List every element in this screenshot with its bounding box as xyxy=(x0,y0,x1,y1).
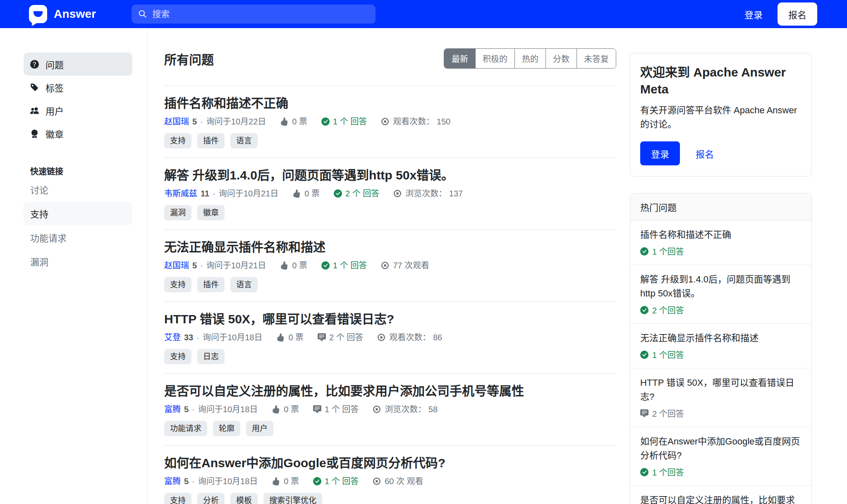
question-title-link[interactable]: 无法正确显示插件名称和描述 xyxy=(164,240,325,254)
welcome-login-button[interactable]: 登录 xyxy=(640,141,680,165)
tag-chip[interactable]: 徽章 xyxy=(197,205,225,220)
filter-button[interactable]: 未答复 xyxy=(577,49,616,68)
quick-link-support[interactable]: 支持 xyxy=(24,202,132,225)
filter-button[interactable]: 热的 xyxy=(514,49,546,68)
hot-question-item[interactable]: 插件名称和描述不正确 1 个回答 xyxy=(630,220,811,265)
question-author-link[interactable]: 艾登 xyxy=(164,332,181,343)
hot-question-title[interactable]: 如何在Answer中添加Google或百度网页分析代码? xyxy=(640,435,802,463)
header-login-link[interactable]: 登录 xyxy=(744,7,763,21)
hot-question-title[interactable]: 是否可以自定义注册的属性，比如要求用户添加公司手机号等属性 xyxy=(640,493,802,504)
thumbs-up-icon xyxy=(292,189,301,198)
hot-question-item[interactable]: 解答 升级到1.4.0后，问题页面等遇到http 50x错误。 2 个回答 xyxy=(630,265,811,323)
logo-smile-shape xyxy=(33,11,43,17)
thumbs-up-icon xyxy=(280,261,288,270)
tag-chip[interactable]: 插件 xyxy=(197,133,225,148)
tag-chip[interactable]: 搜索引擎优化 xyxy=(263,493,322,504)
hot-question-title[interactable]: 插件名称和描述不正确 xyxy=(640,228,802,242)
question-title-link[interactable]: 如何在Answer中添加Google或百度网页分析代码? xyxy=(164,456,445,470)
filter-button[interactable]: 分数 xyxy=(546,49,577,68)
hot-question-title[interactable]: HTTP 错误 50X，哪里可以查看错误日志? xyxy=(640,376,802,404)
tag-chip[interactable]: 日志 xyxy=(197,349,225,364)
question-answers[interactable]: 2 个 回答 xyxy=(318,332,363,343)
hot-question-title[interactable]: 无法正确显示插件名称和描述 xyxy=(640,331,802,345)
tag-chip[interactable]: 模板 xyxy=(230,493,258,504)
question-views: 77 次观看 xyxy=(381,260,429,271)
tag-chip[interactable]: 用户 xyxy=(246,421,273,436)
meta-separator: · xyxy=(200,260,203,271)
tag-chip[interactable]: 语言 xyxy=(230,277,258,292)
author-reputation: 5 xyxy=(184,404,189,415)
question-views: 浏览次数： 58 xyxy=(373,404,438,415)
question-answers[interactable]: 1 个 回答 xyxy=(313,404,359,415)
question-answers-label: 2 个 回答 xyxy=(329,332,363,343)
question-title-link[interactable]: 是否可以自定义注册的属性，比如要求用户添加公司手机号等属性 xyxy=(164,384,524,398)
question-title-link[interactable]: 插件名称和描述不正确 xyxy=(164,96,288,110)
question-votes: 0 票 xyxy=(272,475,299,487)
sidebar-item-badges[interactable]: 徽章 xyxy=(24,122,132,145)
sidebar-item-users[interactable]: 用户 xyxy=(24,99,132,122)
check-circle-icon xyxy=(640,351,648,359)
check-circle-icon xyxy=(640,468,648,476)
tag-chip[interactable]: 支持 xyxy=(164,493,191,504)
filter-button[interactable]: 积极的 xyxy=(475,49,514,68)
question-votes: 0 票 xyxy=(272,404,299,415)
question-answers[interactable]: 2 个 回答 xyxy=(334,188,379,199)
tag-chip[interactable]: 分析 xyxy=(197,493,225,504)
sidebar-item-questions[interactable]: 问题 xyxy=(24,53,132,76)
question-author-link[interactable]: 韦斯威兹 xyxy=(164,188,197,199)
chat-answers-icon xyxy=(318,333,326,342)
search-input[interactable] xyxy=(152,9,369,19)
question-title-link[interactable]: HTTP 错误 50X，哪里可以查看错误日志? xyxy=(164,312,394,326)
question-meta: 韦斯威兹 11 · 询问于10月21日 0 票 xyxy=(164,188,616,199)
brand-logo-link[interactable]: Answer xyxy=(29,5,96,23)
question-author-link[interactable]: 富腾 xyxy=(164,475,181,487)
question-answers[interactable]: 1 个 回答 xyxy=(321,260,367,271)
views-icon xyxy=(393,189,402,198)
quick-link-discussions[interactable]: 讨论 xyxy=(24,178,132,201)
thumbs-up-icon xyxy=(280,117,288,126)
welcome-signup-link[interactable]: 报名 xyxy=(696,147,714,160)
question-tags: 功能请求 轮廓 用户 xyxy=(164,421,616,436)
sidebar-item-tags[interactable]: 标签 xyxy=(24,76,132,99)
hot-question-item[interactable]: 如何在Answer中添加Google或百度网页分析代码? 1 个回答 xyxy=(630,427,811,485)
tag-chip[interactable]: 插件 xyxy=(197,277,225,292)
views-icon xyxy=(373,405,381,413)
brand-name: Answer xyxy=(54,7,96,21)
answer-logo-icon xyxy=(29,5,47,23)
question-author-link[interactable]: 富腾 xyxy=(164,404,181,415)
header-signup-button[interactable]: 报名 xyxy=(778,2,817,26)
hot-question-item[interactable]: HTTP 错误 50X，哪里可以查看错误日志? 2 个回答 xyxy=(630,368,811,427)
question-answers[interactable]: 1 个 回答 xyxy=(321,116,367,127)
quick-links-nav: 讨论 支持 功能请求 漏洞 xyxy=(24,178,132,273)
question-tags: 漏洞 徽章 xyxy=(164,205,616,220)
meta-separator: · xyxy=(200,116,203,127)
hot-question-item[interactable]: 是否可以自定义注册的属性，比如要求用户添加公司手机号等属性 1 个回答 xyxy=(630,485,811,504)
question-title-link[interactable]: 解答 升级到1.4.0后，问题页面等遇到http 50x错误。 xyxy=(164,168,454,182)
question-asked-date: 询问于10月22日 xyxy=(206,116,266,127)
quick-link-feature-requests[interactable]: 功能请求 xyxy=(24,226,132,249)
tag-chip[interactable]: 支持 xyxy=(164,133,191,148)
question-item: 无法正确显示插件名称和描述 赵国瑞 5 · 询问于10月21日 0 票 xyxy=(164,230,616,302)
check-circle-icon xyxy=(321,261,330,270)
tag-chip[interactable]: 支持 xyxy=(164,349,191,364)
question-answers[interactable]: 1 个 回答 xyxy=(313,475,359,487)
tag-chip[interactable]: 功能请求 xyxy=(164,421,207,436)
tag-chip[interactable]: 语言 xyxy=(230,133,258,148)
question-asked-date: 询问于10月21日 xyxy=(206,260,266,271)
tag-chip[interactable]: 支持 xyxy=(164,277,191,292)
question-tags: 支持 日志 xyxy=(164,349,616,364)
meta-separator: · xyxy=(213,188,215,199)
hot-question-item[interactable]: 无法正确显示插件名称和描述 1 个回答 xyxy=(630,323,811,368)
question-votes-label: 0 票 xyxy=(284,475,299,487)
tag-chip[interactable]: 轮廓 xyxy=(213,421,240,436)
search-box[interactable] xyxy=(132,5,376,24)
quick-link-bugs[interactable]: 漏洞 xyxy=(24,250,132,273)
tag-chip[interactable]: 漏洞 xyxy=(164,205,191,220)
hot-question-title[interactable]: 解答 升级到1.4.0后，问题页面等遇到http 50x错误。 xyxy=(640,272,802,301)
question-author-link[interactable]: 赵国瑞 xyxy=(164,260,189,271)
views-icon xyxy=(381,261,389,270)
filter-group: 最新 积极的 热的 分数 未答复 xyxy=(444,48,616,69)
filter-button[interactable]: 最新 xyxy=(444,49,475,68)
thumbs-up-icon xyxy=(276,333,285,342)
question-author-link[interactable]: 赵国瑞 xyxy=(164,116,189,127)
